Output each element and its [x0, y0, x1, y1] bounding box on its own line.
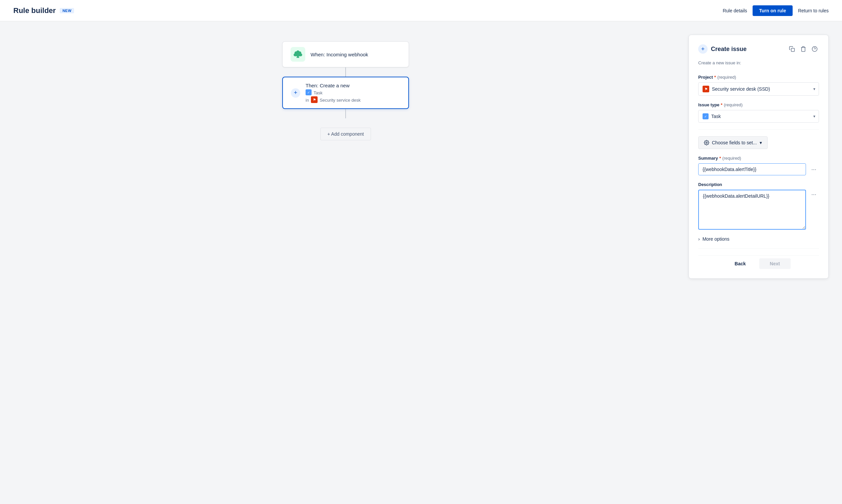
main-content: When: Incoming webhook + Then: Create a … — [0, 21, 842, 504]
action-node[interactable]: + Then: Create a new ✓ Task in ⚑ Securit… — [282, 77, 409, 109]
connector-line-1 — [345, 67, 346, 77]
project-required-hint: (required) — [717, 75, 736, 80]
return-to-rules-button[interactable]: Return to rules — [798, 8, 829, 13]
canvas-area: When: Incoming webhook + Then: Create a … — [13, 35, 678, 491]
action-node-text: Then: Create a new ✓ Task in ⚑ Security … — [305, 83, 361, 103]
top-bar: Rule builder NEW Rule details Turn on ru… — [0, 0, 842, 21]
summary-input-container: ··· — [698, 163, 819, 175]
back-button[interactable]: Back — [726, 258, 754, 269]
plus-icon: + — [294, 89, 298, 96]
top-bar-left: Rule builder NEW — [13, 6, 74, 15]
choose-fields-button[interactable]: Choose fields to set... ▾ — [698, 136, 768, 149]
gear-icon — [704, 140, 709, 145]
choose-fields-container: Choose fields to set... ▾ — [698, 136, 819, 149]
summary-required-dot: * — [719, 156, 721, 161]
summary-more-button[interactable]: ··· — [809, 165, 819, 174]
project-value: Security service desk (SSD) — [712, 86, 770, 92]
webhook-icon — [291, 47, 305, 62]
project-required-dot: * — [714, 75, 716, 80]
new-badge: NEW — [60, 8, 74, 13]
trigger-node-text: When: Incoming webhook — [311, 52, 368, 57]
more-options-row[interactable]: › More options — [698, 236, 819, 242]
choose-fields-chevron: ▾ — [760, 140, 762, 145]
delete-button[interactable] — [799, 45, 808, 53]
action-type: Task — [314, 90, 322, 95]
summary-field-label: Summary * (required) — [698, 156, 819, 161]
next-button[interactable]: Next — [759, 258, 791, 269]
panel-footer: Back Next — [698, 255, 819, 269]
summary-required-hint: (required) — [722, 156, 741, 161]
issue-type-chevron-icon: ▾ — [813, 114, 815, 119]
summary-input[interactable] — [698, 163, 806, 175]
summary-field-group: Summary * (required) ··· — [698, 156, 819, 175]
action-location-row: in ⚑ Security service desk — [305, 96, 361, 103]
description-field-label: Description — [698, 182, 819, 187]
issue-type-value: Task — [711, 114, 721, 119]
panel-title: Create issue — [711, 46, 747, 53]
action-prefix: Then: Create a new — [305, 83, 361, 88]
description-field-group: Description {{webhookData.alertDetailURL… — [698, 182, 819, 230]
project-icon-small: ⚑ — [311, 96, 318, 103]
active-node-add-button[interactable]: + — [291, 88, 300, 98]
issue-type-select[interactable]: ✓ Task ▾ — [698, 110, 819, 123]
issue-type-required-dot: * — [721, 102, 723, 107]
panel-header: + Create issue — [698, 44, 819, 54]
page-title: Rule builder — [13, 6, 56, 15]
add-component-button[interactable]: + Add component — [320, 128, 371, 140]
divider-1 — [698, 129, 819, 130]
project-select[interactable]: ⚑ Security service desk (SSD) ▾ — [698, 82, 819, 96]
svg-rect-0 — [791, 48, 795, 52]
description-textarea[interactable]: {{webhookData.alertDetailURL}} — [698, 190, 806, 230]
svg-point-3 — [706, 142, 707, 143]
rule-details-button[interactable]: Rule details — [723, 8, 747, 13]
description-input-container: {{webhookData.alertDetailURL}} ··· — [698, 190, 819, 230]
divider-2 — [698, 248, 819, 249]
panel-subtitle: Create a new issue in: — [698, 60, 819, 65]
more-options-chevron-icon: › — [698, 236, 700, 242]
action-location-prefix: in — [305, 98, 309, 103]
help-button[interactable] — [810, 45, 819, 53]
copy-button[interactable] — [788, 45, 796, 53]
choose-fields-label: Choose fields to set... — [712, 140, 757, 145]
create-issue-panel: + Create issue — [688, 35, 829, 279]
action-type-row: ✓ Task — [305, 89, 361, 95]
trigger-label: When: Incoming webhook — [311, 52, 368, 57]
action-location: Security service desk — [320, 98, 361, 103]
project-icon: ⚑ — [703, 86, 709, 92]
task-type-icon: ✓ — [703, 113, 708, 119]
task-icon: ✓ — [305, 89, 312, 95]
turn-on-rule-button[interactable]: Turn on rule — [753, 5, 793, 16]
project-field-label: Project * (required) — [698, 75, 819, 80]
project-field-group: Project * (required) ⚑ Security service … — [698, 75, 819, 96]
panel-plus-icon: + — [698, 44, 707, 54]
more-options-label: More options — [703, 236, 730, 242]
trigger-node[interactable]: When: Incoming webhook — [282, 41, 409, 67]
panel-title-row: + Create issue — [698, 44, 747, 54]
issue-type-field-group: Issue type * (required) ✓ Task ▾ — [698, 102, 819, 123]
description-more-button[interactable]: ··· — [809, 190, 819, 199]
panel-actions — [788, 45, 819, 53]
issue-type-required-hint: (required) — [724, 102, 742, 107]
issue-type-field-label: Issue type * (required) — [698, 102, 819, 107]
connector-line-2 — [345, 109, 346, 118]
project-chevron-icon: ▾ — [813, 87, 815, 91]
top-bar-right: Rule details Turn on rule Return to rule… — [723, 5, 829, 16]
